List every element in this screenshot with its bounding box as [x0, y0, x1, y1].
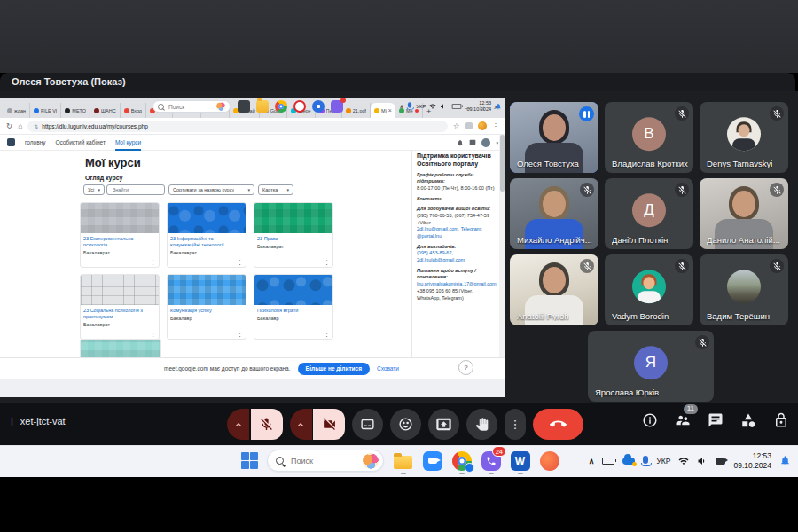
more-options-button[interactable]: [505, 409, 526, 440]
course-title[interactable]: 23 Експериментальна психологія: [81, 233, 159, 248]
browser-tab[interactable]: МЕТО: [61, 103, 90, 118]
url-field[interactable]: ⇅ https://dlu.luguniv.edu.ua/my/courses.…: [27, 121, 448, 132]
battery-icon[interactable]: [452, 104, 462, 109]
course-title[interactable]: Психологія втрати: [254, 305, 332, 314]
moodle-nav-link[interactable]: головну: [25, 135, 45, 151]
present-screen-button[interactable]: [428, 409, 459, 440]
screen-share-view[interactable]: ждан FILE VI МЕТО: [0, 98, 505, 397]
taskbar-clock[interactable]: 12:53 09.10.2024: [733, 451, 771, 470]
meeting-details-button[interactable]: [641, 411, 659, 429]
course-title[interactable]: Комунікація успіху: [168, 305, 246, 314]
course-title[interactable]: 23 Право: [254, 233, 332, 242]
viber-icon[interactable]: [331, 100, 343, 113]
battery-icon[interactable]: [602, 458, 614, 465]
browser-tab[interactable]: ШАНС: [90, 103, 121, 118]
course-menu-icon[interactable]: [324, 259, 330, 266]
browser-menu-icon[interactable]: ⋮: [492, 122, 500, 130]
course-card[interactable]: 23 Право Бакалаврат: [254, 202, 333, 268]
course-filter-dropdown[interactable]: Усі▾: [83, 184, 105, 195]
task-view-icon[interactable]: [238, 100, 250, 113]
scrollbar-thumb[interactable]: [500, 135, 505, 192]
file-explorer-icon[interactable]: [256, 100, 269, 113]
zoom-app-button[interactable]: [422, 450, 442, 471]
hidden-icons-caret[interactable]: [400, 103, 403, 109]
captions-button[interactable]: [352, 409, 383, 440]
participant-tile[interactable]: Denys Tarnavskyi: [700, 102, 788, 173]
app-button[interactable]: [539, 450, 559, 471]
course-card[interactable]: Комунікація успіху Бакалавр: [167, 274, 246, 340]
support-students-email[interactable]: 2dl.lnu@gmail.com, Telegram: @portal.lnu: [417, 226, 495, 239]
participant-tile[interactable]: В Владислав Кротких: [605, 102, 693, 173]
course-title[interactable]: 23 Соціальна психологія з практикумом: [81, 305, 159, 320]
mic-options-caret[interactable]: [227, 409, 249, 440]
notifications-icon[interactable]: [495, 103, 502, 110]
course-menu-icon[interactable]: [150, 259, 156, 266]
browser-tab[interactable]: Вход: [121, 103, 146, 118]
reactions-button[interactable]: [390, 409, 421, 440]
browser-tab[interactable]: ждан: [4, 103, 30, 118]
messenger-icon[interactable]: [312, 100, 325, 113]
sort-dropdown[interactable]: Сортувати за назвою курсу▾: [168, 184, 254, 195]
participant-tile[interactable]: Вадим Терёшин: [700, 254, 788, 325]
participant-tile[interactable]: Олеся Товстуха: [510, 102, 598, 173]
people-button[interactable]: 11: [674, 411, 692, 429]
shared-clock[interactable]: 12:53 09.10.2024: [466, 100, 491, 112]
course-menu-icon[interactable]: [237, 259, 243, 266]
microphone-tray-icon[interactable]: [408, 102, 411, 107]
moodle-user-avatar[interactable]: [481, 138, 490, 147]
browser-tab[interactable]: 21.pdf: [342, 103, 371, 118]
participant-tile[interactable]: Я Ярослава Юрків: [588, 331, 714, 402]
viber-button[interactable]: 24: [481, 450, 501, 471]
course-menu-icon[interactable]: [150, 331, 156, 338]
wifi-icon[interactable]: [678, 456, 689, 466]
onedrive-icon[interactable]: [622, 458, 635, 465]
language-indicator[interactable]: УКР: [656, 457, 670, 466]
raise-hand-button[interactable]: [466, 409, 497, 440]
support-admission-email[interactable]: lnu.priymalnakomisia.17@gmail.com: [417, 281, 495, 288]
course-card[interactable]: 23 Інформаційні та комунікаційні техноло…: [167, 202, 246, 268]
microphone-tray-icon[interactable]: [643, 456, 648, 464]
shared-taskbar-search-input[interactable]: [167, 103, 211, 111]
course-search-field[interactable]: [106, 184, 165, 195]
moodle-nav-link[interactable]: Особистий кабінет: [55, 135, 105, 151]
mic-toggle-button[interactable]: [251, 409, 283, 440]
stop-sharing-button[interactable]: Більше не ділитися: [298, 363, 370, 375]
course-card[interactable]: 23 Експериментальна психологія Бакалавра…: [80, 202, 160, 268]
home-icon[interactable]: ⌂: [18, 122, 22, 130]
participant-tile[interactable]: Д Даніїл Плоткін: [605, 178, 693, 249]
moodle-nav-link[interactable]: Мої курси: [115, 135, 141, 151]
chrome-icon[interactable]: [275, 100, 287, 113]
chat-button[interactable]: [707, 411, 724, 429]
taskbar-search[interactable]: [267, 450, 384, 472]
participant-tile[interactable]: Vadym Borodin: [605, 254, 693, 325]
help-button[interactable]: ?: [458, 360, 473, 375]
word-button[interactable]: [510, 450, 530, 471]
camera-tray-icon[interactable]: [716, 458, 725, 465]
course-card[interactable]: Психологія втрати Бакалавр: [254, 274, 333, 340]
start-button[interactable]: [241, 452, 258, 469]
hidden-icons-caret[interactable]: [589, 457, 595, 466]
file-explorer-button[interactable]: [393, 450, 413, 471]
volume-icon[interactable]: [440, 103, 447, 110]
camera-options-caret[interactable]: [290, 409, 312, 440]
course-menu-icon[interactable]: [324, 331, 330, 338]
activities-button[interactable]: [739, 411, 757, 429]
refresh-icon[interactable]: ↻: [6, 122, 12, 130]
browser-tab[interactable]: Мі ×: [371, 103, 395, 118]
browser-tab[interactable]: FILE VI: [30, 103, 61, 118]
shared-taskbar-search[interactable]: [153, 100, 231, 113]
user-menu-caret-icon[interactable]: ▾: [496, 140, 498, 145]
participant-tile[interactable]: Данило Анатолій...: [700, 178, 788, 249]
participant-tile[interactable]: Anatolii Pyroh: [510, 254, 598, 325]
language-indicator[interactable]: УКР: [416, 104, 426, 109]
chrome-button[interactable]: [451, 450, 472, 471]
notifications-bell-icon[interactable]: [457, 139, 464, 146]
wifi-icon[interactable]: [429, 103, 436, 110]
course-card[interactable]: 23 Соціальна психологія з практикумом Ба…: [80, 274, 160, 340]
host-controls-button[interactable]: [772, 411, 790, 429]
taskbar-search-input[interactable]: [289, 456, 355, 466]
page-scrollbar[interactable]: [499, 135, 505, 357]
course-search-input[interactable]: [111, 186, 160, 193]
camera-toggle-button[interactable]: [313, 409, 345, 440]
leave-call-button[interactable]: [533, 409, 583, 440]
